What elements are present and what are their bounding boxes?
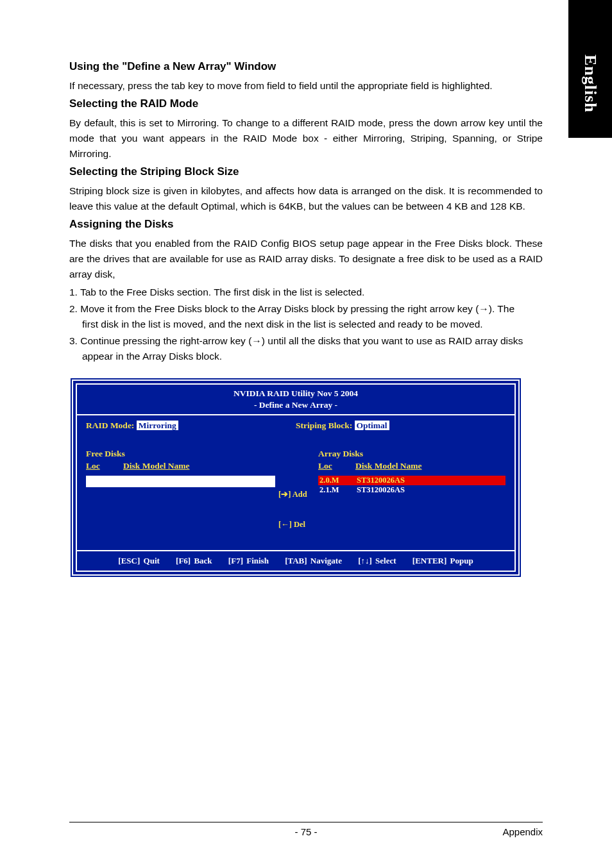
raid-mode-value[interactable]: Mirroring: [137, 421, 178, 430]
heading-raid-mode: Selecting the RAID Mode: [69, 97, 543, 110]
table-row[interactable]: 2.0.M ST3120026AS: [318, 476, 506, 485]
list-item-2: 2. Move it from the Free Disks block to …: [69, 301, 543, 332]
language-side-tab: English: [568, 0, 612, 138]
heading-striping-size: Selecting the Striping Block Size: [69, 165, 543, 178]
bios-key-hints: [ESC] Quit [F6] Back [F7] Finish [TAB] N…: [77, 550, 514, 571]
free-disks-heading: Free Disks: [86, 449, 278, 459]
array-disks-list[interactable]: 2.0.M ST3120026AS 2.1.M ST3120026AS: [318, 476, 506, 530]
language-label: English: [581, 54, 600, 113]
free-disks-selection-box[interactable]: [86, 476, 275, 487]
disk-loc: 2.1.M: [319, 485, 357, 495]
list-item-1: 1. Tab to the Free Disks section. The fi…: [69, 285, 543, 300]
hint-tab: [TAB] Navigate: [285, 556, 342, 565]
bios-utility-window: NVIDIA RAID Utility Nov 5 2004 - Define …: [72, 380, 520, 575]
free-disks-column[interactable]: Free Disks Loc Disk Model Name: [86, 449, 278, 540]
list-item-2-line2: first disk in the list is moved, and the…: [82, 317, 543, 332]
bios-settings-row: RAID Mode: Mirroring Striping Block: Opt…: [86, 421, 506, 431]
heading-define-array: Using the "Define a New Array" Window: [69, 60, 543, 73]
bios-body: RAID Mode: Mirroring Striping Block: Opt…: [77, 415, 514, 550]
hint-enter: [ENTER] Popup: [412, 556, 473, 565]
disk-model: ST3120026AS: [357, 485, 405, 495]
heading-assigning-disks: Assigning the Disks: [69, 218, 543, 231]
bios-disk-columns: Free Disks Loc Disk Model Name [➔] Add […: [86, 449, 506, 540]
list-item-3-line2: appear in the Array Disks block.: [82, 349, 543, 364]
hint-arrows: [↑↓] Select: [358, 556, 396, 565]
para-striping-size: Striping block size is given in kilobyte…: [69, 183, 543, 214]
hint-esc: [ESC] Quit: [118, 556, 159, 565]
striping-block-label: Striping Block:: [296, 421, 352, 430]
para-raid-mode: By default, this is set to Mirroring. To…: [69, 115, 543, 162]
disk-model: ST3120026AS: [357, 476, 405, 485]
raid-mode-label: RAID Mode:: [86, 421, 134, 430]
table-row[interactable]: 2.1.M ST3120026AS: [318, 485, 506, 495]
array-model-header: Disk Model Name: [355, 461, 422, 471]
disk-loc: 2.0.M: [319, 476, 357, 485]
list-item-2-line1: 2. Move it from the Free Disks block to …: [69, 303, 514, 314]
bios-title-line1: NVIDIA RAID Utility Nov 5 2004: [77, 388, 514, 399]
free-model-header: Disk Model Name: [123, 461, 190, 471]
bios-title: NVIDIA RAID Utility Nov 5 2004 - Define …: [77, 385, 514, 415]
del-button[interactable]: [←] Del: [278, 510, 318, 540]
bios-inner-frame: NVIDIA RAID Utility Nov 5 2004 - Define …: [76, 383, 516, 571]
striping-block-value[interactable]: Optimal: [355, 421, 389, 430]
array-loc-header: Loc: [318, 461, 355, 471]
free-disks-header-row: Loc Disk Model Name: [86, 461, 278, 471]
striping-block-field[interactable]: Striping Block: Optimal: [296, 421, 506, 431]
para-define-array: If necessary, press the tab key to move …: [69, 78, 543, 94]
bios-title-line2: - Define a New Array -: [77, 399, 514, 411]
hint-f6: [F6] Back: [176, 556, 212, 565]
document-content: Using the "Define a New Array" Window If…: [69, 56, 543, 576]
hint-f7: [F7] Finish: [228, 556, 269, 565]
add-button[interactable]: [➔] Add: [278, 480, 318, 510]
raid-mode-field[interactable]: RAID Mode: Mirroring: [86, 421, 296, 431]
page-footer: - 75 - Appendix: [69, 822, 543, 837]
list-item-3-line1: 3. Continue pressing the right-arrow key…: [69, 335, 523, 346]
free-loc-header: Loc: [86, 461, 123, 471]
add-del-controls: [➔] Add [←] Del: [278, 449, 318, 540]
section-name: Appendix: [502, 826, 543, 837]
array-disks-column[interactable]: Array Disks Loc Disk Model Name 2.0.M ST…: [318, 449, 506, 540]
list-item-3: 3. Continue pressing the right-arrow key…: [69, 333, 543, 364]
array-disks-header-row: Loc Disk Model Name: [318, 461, 506, 471]
para-assigning-disks: The disks that you enabled from the RAID…: [69, 236, 543, 282]
page-number: - 75 -: [294, 826, 317, 837]
array-disks-heading: Array Disks: [318, 449, 506, 459]
